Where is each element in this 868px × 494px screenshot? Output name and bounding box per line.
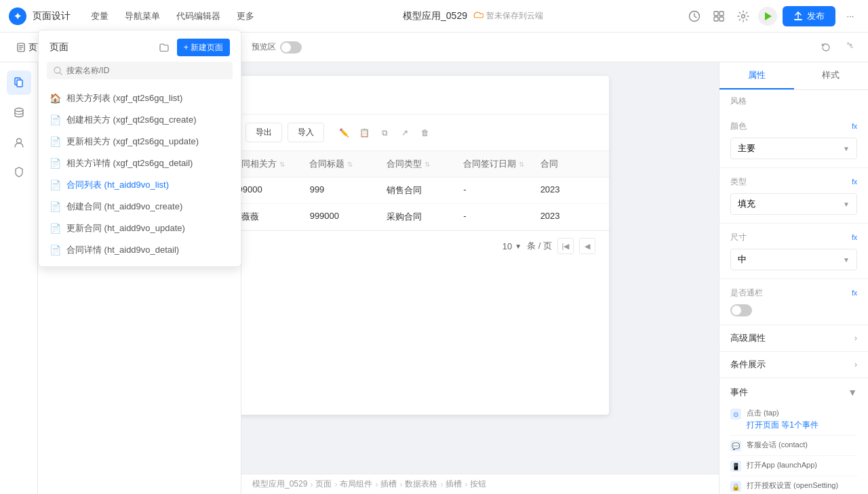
breadcrumb-sep-0: › xyxy=(310,480,313,489)
cell-year-1: 2023 xyxy=(532,204,609,230)
fullwidth-toggle[interactable] xyxy=(730,304,752,316)
dropdown-search xyxy=(47,62,233,79)
sort-icon-2[interactable]: ⇅ xyxy=(347,161,353,168)
breadcrumb-item-0[interactable]: 模型应用_0529 xyxy=(252,478,307,490)
undo-redo-buttons xyxy=(816,38,857,57)
type-section: 类型 fx 填充 ▼ xyxy=(719,168,868,224)
preview-area-toggle: 预览区 xyxy=(252,41,302,54)
topbar-more-button[interactable]: ··· xyxy=(841,7,860,26)
color-section: 颜色 fx 主要 ▼ xyxy=(719,112,868,168)
sidebar-users-icon[interactable] xyxy=(7,130,31,155)
dropdown-item-7[interactable]: 📄 合同详情 (ht_aidd9vo_detail) xyxy=(39,239,241,261)
undo-button[interactable] xyxy=(816,38,835,57)
sort-icon-3[interactable]: ⇅ xyxy=(425,161,430,168)
fullwidth-label: 是否通栏 fx xyxy=(730,287,857,299)
color-fx-icon[interactable]: fx xyxy=(852,123,857,130)
sort-icon-1[interactable]: ⇅ xyxy=(279,161,285,168)
dropdown-item-3[interactable]: 📄 相关方详情 (xgf_qt2s6gq_detail) xyxy=(39,152,241,174)
svg-rect-9 xyxy=(794,19,802,20)
breadcrumb-item-6[interactable]: 按钮 xyxy=(470,478,486,490)
dropdown-item-1[interactable]: 📄 创建相关方 (xgf_qt2s6gq_create) xyxy=(39,109,241,131)
event-content-0: 点击 (tap) 打开页面 等1个事件 xyxy=(747,408,857,431)
publish-button[interactable]: 发布 xyxy=(783,6,835,26)
type-fx-icon[interactable]: fx xyxy=(852,178,857,186)
sort-icon-4[interactable]: ⇅ xyxy=(519,161,524,168)
event-setting-icon: 🔒 xyxy=(730,481,741,492)
svg-point-7 xyxy=(742,14,745,18)
menu-code[interactable]: 代码编辑器 xyxy=(170,7,227,25)
first-page-button[interactable]: |◀ xyxy=(557,238,574,254)
svg-point-27 xyxy=(54,67,60,73)
dropdown-item-5[interactable]: 📄 创建合同 (ht_aidd9vo_create) xyxy=(39,196,241,218)
grid-icon[interactable] xyxy=(709,7,728,26)
cell-date-0: - xyxy=(455,178,532,203)
size-select[interactable]: 中 ▼ xyxy=(730,249,857,270)
event-action-0[interactable]: 打开页面 等1个事件 xyxy=(747,419,857,431)
sidebar-data-icon[interactable] xyxy=(7,100,31,125)
dropdown-item-0[interactable]: 🏠 相关方列表 (xgf_qt2s6gq_list) xyxy=(39,87,241,109)
cell-type-1: 采购合同 xyxy=(378,204,455,230)
trash-icon[interactable]: 🗑 xyxy=(416,124,434,142)
svg-text:✦: ✦ xyxy=(14,11,22,22)
share-icon[interactable]: ↗ xyxy=(396,124,414,142)
conditions-section[interactable]: 条件展示 › xyxy=(719,352,868,378)
header-extra: 合同 xyxy=(532,151,609,177)
redo-button[interactable] xyxy=(838,38,857,57)
events-header: 事件 ▼ xyxy=(730,386,857,398)
duplicate-icon[interactable]: ⧉ xyxy=(376,124,393,142)
logo-icon: ✦ xyxy=(8,7,27,26)
app-section-title: 页面设计 xyxy=(33,10,71,22)
size-label: 尺寸 fx xyxy=(730,232,857,243)
dropdown-actions: + 新建页面 xyxy=(155,39,230,56)
breadcrumb-sep-3: › xyxy=(399,480,402,489)
right-panel-tabs: 属性 样式 xyxy=(719,62,868,90)
settings-icon[interactable] xyxy=(734,7,753,26)
page-size-select[interactable]: 10 ▼ xyxy=(502,241,521,251)
breadcrumb-item-2[interactable]: 布局组件 xyxy=(340,478,372,490)
size-fx-icon[interactable]: fx xyxy=(852,234,857,241)
dropdown-item-4[interactable]: 📄 合同列表 (ht_aidd9vo_list) xyxy=(39,174,241,196)
menu-more[interactable]: 更多 xyxy=(230,7,261,25)
preview-toggle[interactable] xyxy=(280,41,302,54)
export-button[interactable]: 导出 xyxy=(245,123,282,142)
events-collapse-icon[interactable]: ▼ xyxy=(848,387,857,398)
advanced-section[interactable]: 高级属性 › xyxy=(719,325,868,352)
svg-rect-5 xyxy=(714,17,718,21)
new-page-button[interactable]: + 新建页面 xyxy=(177,39,230,56)
run-icon[interactable] xyxy=(758,7,777,26)
dropdown-search-input[interactable] xyxy=(66,66,226,75)
left-sidebar xyxy=(0,62,38,494)
folder-icon[interactable] xyxy=(155,39,173,56)
svg-rect-24 xyxy=(17,80,22,87)
color-select[interactable]: 主要 ▼ xyxy=(730,138,857,159)
copy-icon[interactable]: 📋 xyxy=(355,124,373,142)
fullwidth-fx-icon[interactable]: fx xyxy=(852,289,857,297)
menu-nav[interactable]: 导航菜单 xyxy=(118,7,167,25)
event-content-2: 打开App (launchApp) xyxy=(747,460,857,470)
event-name-1: 客服会话 (contact) xyxy=(747,440,857,450)
sidebar-pages-icon[interactable] xyxy=(7,70,31,95)
tab-properties[interactable]: 属性 xyxy=(719,62,794,89)
breadcrumb-item-4[interactable]: 数据表格 xyxy=(405,478,437,490)
breadcrumb-item-1[interactable]: 页面 xyxy=(315,478,332,490)
event-content-1: 客服会话 (contact) xyxy=(747,440,857,450)
doc-icon-4: 📄 xyxy=(50,180,61,190)
history-icon[interactable] xyxy=(685,7,704,26)
type-select[interactable]: 填充 ▼ xyxy=(730,193,857,215)
svg-point-25 xyxy=(15,108,23,112)
breadcrumb-sep-5: › xyxy=(465,480,467,489)
fullwidth-toggle-row xyxy=(730,304,857,316)
menu-variable[interactable]: 变量 xyxy=(84,7,115,25)
sidebar-shield-icon[interactable] xyxy=(7,160,31,184)
breadcrumb-item-5[interactable]: 插槽 xyxy=(446,478,462,490)
top-right-actions: 发布 ··· xyxy=(685,6,860,26)
breadcrumb-item-3[interactable]: 插槽 xyxy=(380,478,397,490)
dropdown-header: 页面 + 新建页面 xyxy=(39,30,241,62)
edit-icon[interactable]: ✏️ xyxy=(335,124,353,142)
tab-style[interactable]: 样式 xyxy=(794,62,869,89)
event-contact-icon: 💬 xyxy=(730,440,741,451)
dropdown-item-2[interactable]: 📄 更新相关方 (xgf_qt2s6gq_update) xyxy=(39,131,241,152)
import-button[interactable]: 导入 xyxy=(288,123,324,142)
prev-page-button[interactable]: ◀ xyxy=(579,238,595,254)
dropdown-item-6[interactable]: 📄 更新合同 (ht_aidd9vo_update) xyxy=(39,218,241,239)
